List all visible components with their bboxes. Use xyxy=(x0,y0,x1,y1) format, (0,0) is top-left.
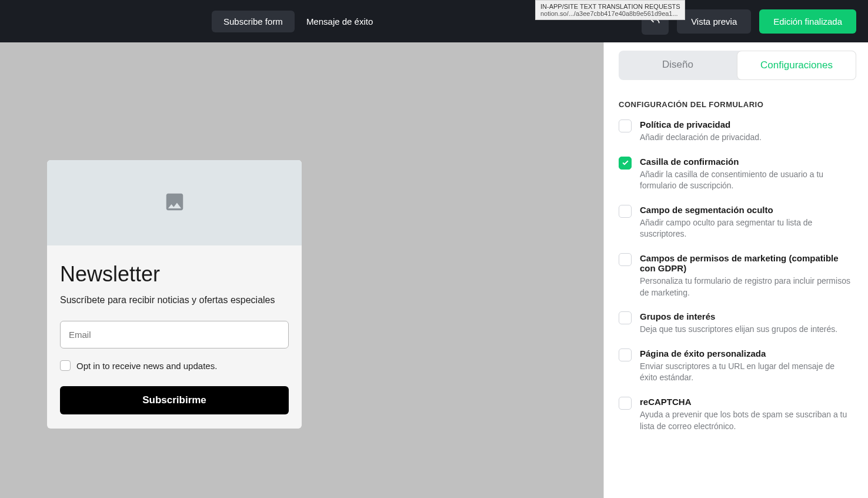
image-placeholder-icon xyxy=(163,191,186,215)
setting-desc: Añadir declaración de privacidad. xyxy=(640,132,853,144)
setting-checkbox[interactable] xyxy=(619,397,632,410)
setting-title: Campo de segmentación oculto xyxy=(640,205,853,215)
setting-title: Grupos de interés xyxy=(640,311,853,321)
email-input[interactable] xyxy=(60,321,289,348)
setting-title: Casilla de confirmación xyxy=(640,157,853,167)
tab-subscribe-form[interactable]: Subscribe form xyxy=(212,11,295,32)
setting-text: Política de privacidadAñadir declaración… xyxy=(640,119,853,144)
tooltip-title: IN-APP/SITE TEXT TRANSLATION REQUESTS xyxy=(540,3,680,10)
setting-checkbox[interactable] xyxy=(619,157,632,170)
setting-checkbox[interactable] xyxy=(619,348,632,361)
setting-desc: Personaliza tu formulario de registro pa… xyxy=(640,275,853,298)
form-image-placeholder[interactable] xyxy=(47,160,302,245)
setting-row: Página de éxito personalizadaEnviar susc… xyxy=(619,348,853,384)
finish-button[interactable]: Edición finalizada xyxy=(759,9,856,34)
setting-checkbox[interactable] xyxy=(619,311,632,324)
setting-checkbox[interactable] xyxy=(619,253,632,266)
canvas-area[interactable]: Newsletter Suscríbete para recibir notic… xyxy=(0,42,603,498)
setting-row: Política de privacidadAñadir declaración… xyxy=(619,119,853,144)
setting-text: Campos de permisos de marketing (compati… xyxy=(640,253,853,298)
setting-row: reCAPTCHAAyuda a prevenir que los bots d… xyxy=(619,397,853,432)
check-icon xyxy=(622,159,629,167)
main-content: Newsletter Suscríbete para recibir notic… xyxy=(0,42,868,498)
setting-row: Campos de permisos de marketing (compati… xyxy=(619,253,853,298)
form-subtitle[interactable]: Suscríbete para recibir noticias y ofert… xyxy=(60,295,289,306)
top-tabs: Subscribe form Mensaje de éxito xyxy=(212,11,385,32)
optin-row[interactable]: Opt in to receive news and updates. xyxy=(60,360,289,371)
setting-desc: Enviar suscriptores a tu URL en lugar de… xyxy=(640,361,853,384)
setting-desc: Añadir campo oculto para segmentar tu li… xyxy=(640,217,853,240)
top-bar: Subscribe form Mensaje de éxito IN-APP/S… xyxy=(0,0,868,42)
setting-checkbox[interactable] xyxy=(619,119,632,132)
sidebar-content: CONFIGURACIÓN DEL FORMULARIO Política de… xyxy=(604,88,868,457)
form-card[interactable]: Newsletter Suscríbete para recibir notic… xyxy=(47,160,302,429)
setting-checkbox[interactable] xyxy=(619,205,632,218)
sidebar-tabs-wrapper: Diseño Configuraciones xyxy=(604,42,868,88)
setting-text: Grupos de interésDeja que tus suscriptor… xyxy=(640,311,853,336)
optin-checkbox[interactable] xyxy=(60,360,71,371)
form-title[interactable]: Newsletter xyxy=(60,262,289,287)
subscribe-button[interactable]: Subscribirme xyxy=(60,386,289,414)
sidebar-tabs: Diseño Configuraciones xyxy=(619,51,856,80)
tab-success-message[interactable]: Mensaje de éxito xyxy=(295,11,385,32)
preview-button[interactable]: Vista previa xyxy=(677,9,751,34)
setting-desc: Ayuda a prevenir que los bots de spam se… xyxy=(640,409,853,432)
setting-desc: Añadir la casilla de consentimiento de u… xyxy=(640,169,853,192)
setting-text: reCAPTCHAAyuda a prevenir que los bots d… xyxy=(640,397,853,432)
tab-settings[interactable]: Configuraciones xyxy=(737,51,856,80)
setting-title: Campos de permisos de marketing (compati… xyxy=(640,253,853,273)
setting-row: Casilla de confirmaciónAñadir la casilla… xyxy=(619,157,853,192)
setting-title: Página de éxito personalizada xyxy=(640,348,853,358)
setting-title: Política de privacidad xyxy=(640,119,853,130)
section-header: CONFIGURACIÓN DEL FORMULARIO xyxy=(619,100,853,109)
setting-title: reCAPTCHA xyxy=(640,397,853,407)
tab-design[interactable]: Diseño xyxy=(619,51,737,80)
setting-text: Página de éxito personalizadaEnviar susc… xyxy=(640,348,853,384)
settings-list: Política de privacidadAñadir declaración… xyxy=(619,119,853,432)
tooltip: IN-APP/SITE TEXT TRANSLATION REQUESTS no… xyxy=(535,0,685,20)
tooltip-url: notion.so/.../a3ee7cbb417e40a8b9e561d9ea… xyxy=(540,10,680,17)
form-body: Newsletter Suscríbete para recibir notic… xyxy=(47,245,302,429)
optin-label: Opt in to receive news and updates. xyxy=(76,361,217,371)
setting-text: Casilla de confirmaciónAñadir la casilla… xyxy=(640,157,853,192)
setting-row: Campo de segmentación ocultoAñadir campo… xyxy=(619,205,853,240)
setting-text: Campo de segmentación ocultoAñadir campo… xyxy=(640,205,853,240)
setting-row: Grupos de interésDeja que tus suscriptor… xyxy=(619,311,853,336)
sidebar: Diseño Configuraciones CONFIGURACIÓN DEL… xyxy=(603,42,868,498)
svg-point-0 xyxy=(169,197,172,200)
setting-desc: Deja que tus suscriptores elijan sus gru… xyxy=(640,324,853,336)
